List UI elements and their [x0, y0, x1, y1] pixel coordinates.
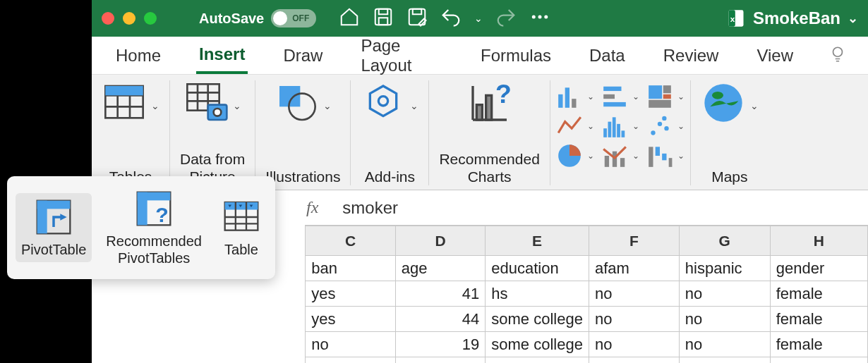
home-icon[interactable] [339, 6, 360, 30]
svg-rect-49 [663, 85, 671, 93]
cell[interactable]: no [679, 281, 770, 307]
svg-rect-64 [37, 201, 47, 234]
cell[interactable]: female [770, 332, 867, 357]
cell[interactable]: education [486, 256, 589, 281]
cell[interactable]: yes [306, 281, 396, 307]
chevron-down-icon: ⌄ [677, 151, 685, 161]
cell[interactable]: 19 [395, 332, 486, 357]
cell[interactable]: no [589, 307, 679, 332]
titlebar: AutoSave OFF ⌄ [92, 0, 868, 37]
col-header[interactable]: E [486, 226, 589, 256]
cell[interactable]: 29 [395, 357, 486, 364]
col-header[interactable]: H [770, 226, 867, 256]
pie-chart-button[interactable]: ⌄ [556, 142, 594, 169]
tab-insert[interactable]: Insert [196, 37, 248, 74]
cell[interactable]: gender [770, 256, 867, 281]
cell[interactable]: afam [589, 256, 679, 281]
chevron-down-icon[interactable]: ⌄ [410, 100, 418, 111]
svg-rect-35 [572, 99, 576, 108]
ribbon-group-maps[interactable]: ⌄ Maps [691, 80, 768, 185]
histogram-button[interactable]: ⌄ [601, 113, 639, 140]
cell[interactable]: some college [486, 307, 589, 332]
svg-point-27 [379, 97, 388, 106]
recommended-pivottables-button[interactable]: ? Recommended PivotTables [100, 185, 207, 271]
ribbon-group-tables[interactable]: ⌄ Tables [92, 80, 170, 185]
cell[interactable]: no [679, 357, 770, 364]
ribbon-group-data-from-picture[interactable]: ⌄ Data from Picture [170, 80, 255, 185]
svg-rect-59 [668, 158, 672, 167]
minimize-window-button[interactable] [123, 12, 135, 25]
tab-data[interactable]: Data [586, 39, 628, 73]
svg-point-11 [833, 47, 843, 56]
table-button[interactable]: Table [216, 193, 267, 262]
line-chart-button[interactable]: ⌄ [556, 113, 594, 140]
tab-view[interactable]: View [754, 39, 796, 73]
col-header[interactable]: C [306, 226, 396, 256]
tab-home[interactable]: Home [113, 39, 164, 73]
ribbon-insert: ⌄ Tables ⌄ Data from Picture ⌄ Illustrat… [92, 75, 868, 190]
chevron-down-icon: ⌄ [677, 92, 685, 101]
svg-rect-43 [617, 124, 620, 137]
cell[interactable]: no [679, 332, 770, 357]
ribbon-group-addins[interactable]: ⌄ Add-ins [351, 80, 429, 185]
cell[interactable]: female [770, 281, 867, 307]
svg-point-53 [658, 122, 662, 126]
close-window-button[interactable] [102, 12, 114, 25]
cell[interactable]: no [679, 307, 770, 332]
formula-content[interactable]: smoker [331, 198, 398, 218]
treemap-button[interactable]: ⌄ [646, 83, 685, 110]
tab-draw[interactable]: Draw [280, 39, 325, 73]
undo-icon[interactable] [440, 6, 462, 30]
svg-rect-44 [621, 130, 625, 137]
ribbon-group-illustrations[interactable]: ⌄ Illustrations [255, 80, 351, 185]
cell[interactable]: age [395, 256, 486, 281]
document-title-area[interactable]: x SmokeBan ⌄ [726, 8, 858, 28]
col-header[interactable]: F [589, 226, 679, 256]
chevron-down-icon[interactable]: ⌄ [323, 100, 332, 111]
cell[interactable]: hs [486, 281, 589, 307]
undo-dropdown-icon[interactable]: ⌄ [474, 13, 483, 24]
cell[interactable]: no [306, 357, 396, 364]
chevron-down-icon[interactable]: ⌄ [151, 100, 159, 111]
col-header[interactable]: G [679, 226, 770, 256]
group-label-maps: Maps [711, 168, 747, 185]
cell[interactable]: no [589, 332, 679, 357]
tab-formulas[interactable]: Formulas [478, 39, 554, 73]
cell[interactable]: 44 [395, 307, 486, 332]
scatter-chart-button[interactable]: ⌄ [646, 113, 685, 140]
cell[interactable]: female [770, 307, 867, 332]
cell[interactable]: yes [306, 307, 396, 332]
waterfall-button[interactable]: ⌄ [646, 142, 685, 169]
svg-rect-39 [603, 102, 626, 106]
col-header[interactable]: D [395, 226, 486, 256]
chevron-down-icon: ⌄ [587, 92, 594, 101]
more-icon[interactable] [529, 6, 550, 30]
cell[interactable]: no [589, 357, 679, 364]
cell[interactable]: no [306, 332, 396, 357]
svg-point-7 [545, 16, 548, 19]
bar-chart-button[interactable]: ⌄ [601, 83, 639, 110]
tab-review[interactable]: Review [661, 39, 722, 73]
cell[interactable]: 41 [395, 281, 486, 307]
combo-chart-button[interactable]: ⌄ [601, 142, 639, 169]
ribbon-group-recommended-charts[interactable]: ? Recommended Charts [429, 80, 550, 185]
tab-page-layout[interactable]: Page Layout [358, 29, 445, 82]
save-as-icon[interactable] [406, 6, 428, 30]
redo-icon[interactable] [495, 6, 517, 30]
chevron-down-icon[interactable]: ⌄ [750, 100, 759, 111]
column-chart-button[interactable]: ⌄ [556, 83, 594, 110]
svg-point-52 [651, 130, 655, 135]
cell[interactable]: ban [306, 256, 396, 281]
cell[interactable]: hs [486, 357, 589, 364]
zoom-window-button[interactable] [144, 12, 157, 25]
svg-text:?: ? [495, 80, 512, 109]
pivottable-button[interactable]: PivotTable [16, 193, 92, 262]
save-icon[interactable] [373, 6, 394, 30]
cell[interactable]: female [770, 357, 867, 364]
cell[interactable]: some college [486, 332, 589, 357]
cell[interactable]: no [589, 281, 679, 307]
autosave-toggle[interactable]: OFF [271, 9, 316, 27]
tell-me-icon[interactable] [828, 45, 847, 66]
cell[interactable]: hispanic [679, 256, 770, 281]
chevron-down-icon[interactable]: ⌄ [233, 100, 241, 111]
